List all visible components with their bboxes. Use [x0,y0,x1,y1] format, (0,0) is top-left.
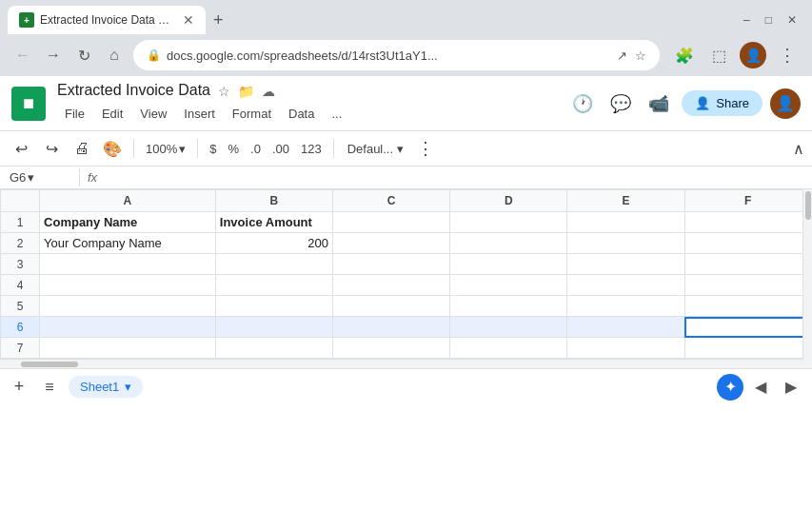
cell-b6[interactable] [215,317,332,338]
cell-c1[interactable] [332,212,449,233]
url-bar[interactable]: 🔒 docs.google.com/spreadsheets/d/14rst3U… [133,40,660,70]
menu-icon[interactable]: ⋮ [774,42,801,69]
cell-d4[interactable] [450,275,567,296]
scrollbar-thumb-h[interactable] [21,362,78,367]
cell-a6[interactable] [40,317,216,338]
toolbar-more-button[interactable]: ⋮ [413,136,438,161]
cell-e5[interactable] [567,296,684,317]
col-header-f[interactable]: F [684,190,812,212]
vertical-scrollbar[interactable] [802,189,812,361]
back-button[interactable]: ← [11,44,34,67]
cell-a3[interactable] [40,254,216,275]
sheet-nav-right[interactable]: ▶ [778,374,804,401]
reload-button[interactable]: ↻ [72,44,95,67]
cell-b7[interactable] [215,338,332,359]
cell-f7[interactable] [684,338,812,359]
sheet-tab-sheet1[interactable]: Sheet1 ▾ [69,376,143,398]
cell-f3[interactable] [684,254,812,275]
user-avatar[interactable]: 👤 [740,42,766,69]
menu-more[interactable]: ... [324,103,349,125]
menu-file[interactable]: File [57,103,92,125]
cell-c3[interactable] [332,254,449,275]
maximize-icon[interactable]: □ [765,13,772,27]
cell-d6[interactable] [450,317,567,338]
sheet-tab-dropdown-icon[interactable]: ▾ [125,380,131,394]
cell-b2[interactable]: 200 [215,233,332,254]
cell-c5[interactable] [332,296,449,317]
row-header-4[interactable]: 4 [1,275,40,296]
row-header-7[interactable]: 7 [1,338,40,359]
star-icon[interactable]: ☆ [218,84,230,99]
row-header-6[interactable]: 6 [1,317,40,338]
new-tab-button[interactable]: + [209,7,228,34]
col-header-d[interactable]: D [450,190,567,212]
cloud-icon[interactable]: ☁ [262,84,275,99]
horizontal-scrollbar[interactable] [0,359,812,368]
cell-a2[interactable]: Your Company Name [40,233,216,254]
cell-f2[interactable] [684,233,812,254]
scrollbar-thumb-v[interactable] [805,191,811,220]
tab-close-icon[interactable]: ✕ [183,12,194,28]
row-header-1[interactable]: 1 [1,212,40,233]
cell-d1[interactable] [450,212,567,233]
browser-tab[interactable]: + Extracted Invoice Data - Google S ✕ [8,6,206,34]
home-button[interactable]: ⌂ [103,44,126,67]
extensions-icon[interactable]: 🧩 [671,42,698,69]
cell-f4[interactable] [684,275,812,296]
decimal-increase-button[interactable]: .00 [268,140,293,158]
sheet-nav-left[interactable]: ◀ [747,374,774,401]
cell-d7[interactable] [450,338,567,359]
cell-c2[interactable] [332,233,449,254]
cell-c6[interactable] [332,317,449,338]
cell-e3[interactable] [567,254,684,275]
minimize-icon[interactable]: – [743,13,750,27]
row-header-5[interactable]: 5 [1,296,40,317]
undo-button[interactable]: ↩ [8,135,34,162]
cell-a1[interactable]: Company Name [40,212,216,233]
history-icon[interactable]: 🕐 [567,88,598,119]
menu-data[interactable]: Data [281,103,322,125]
cell-e7[interactable] [567,338,684,359]
user-avatar-sheets[interactable]: 👤 [770,88,801,119]
cell-b1[interactable]: Invoice Amount [215,212,332,233]
add-sheet-button[interactable]: + [8,376,30,399]
print-button[interactable]: 🖨 [69,135,95,162]
sheet-list-button[interactable]: ≡ [38,376,61,399]
cell-e6[interactable] [567,317,684,338]
paint-format-button[interactable]: 🎨 [99,135,126,162]
cell-c7[interactable] [332,338,449,359]
row-header-3[interactable]: 3 [1,254,40,275]
col-header-b[interactable]: B [215,190,332,212]
cell-a7[interactable] [40,338,216,359]
font-selector[interactable]: Defaul... ▾ [342,140,409,158]
cell-e4[interactable] [567,275,684,296]
share-url-icon[interactable]: ↗ [617,49,627,63]
drive-icon[interactable]: 📁 [238,84,254,99]
cell-b4[interactable] [215,275,332,296]
menu-format[interactable]: Format [225,103,279,125]
meet-icon[interactable]: 📹 [644,88,674,119]
cell-g6[interactable] [684,317,812,338]
explore-button[interactable]: ✦ [717,374,743,401]
col-header-a[interactable]: A [40,190,216,212]
cell-d3[interactable] [450,254,567,275]
percent-button[interactable]: % [224,140,243,158]
col-header-e[interactable]: E [567,190,684,212]
number-format-button[interactable]: 123 [297,140,326,158]
cell-name-box[interactable]: G6 ▾ [4,168,80,186]
cell-c4[interactable] [332,275,449,296]
cell-e1[interactable] [567,212,684,233]
close-icon[interactable]: ✕ [787,13,797,27]
cell-d2[interactable] [450,233,567,254]
menu-edit[interactable]: Edit [94,103,130,125]
col-header-c[interactable]: C [332,190,449,212]
cell-f1[interactable] [684,212,812,233]
redo-button[interactable]: ↪ [38,135,65,162]
toolbar-collapse-button[interactable]: ∧ [793,140,804,158]
share-button[interactable]: 👤 Share [682,90,762,116]
currency-button[interactable]: $ [206,140,220,158]
decimal-decrease-button[interactable]: .0 [247,140,265,158]
cell-a5[interactable] [40,296,216,317]
bookmark-icon[interactable]: ☆ [635,49,646,63]
cell-d5[interactable] [450,296,567,317]
